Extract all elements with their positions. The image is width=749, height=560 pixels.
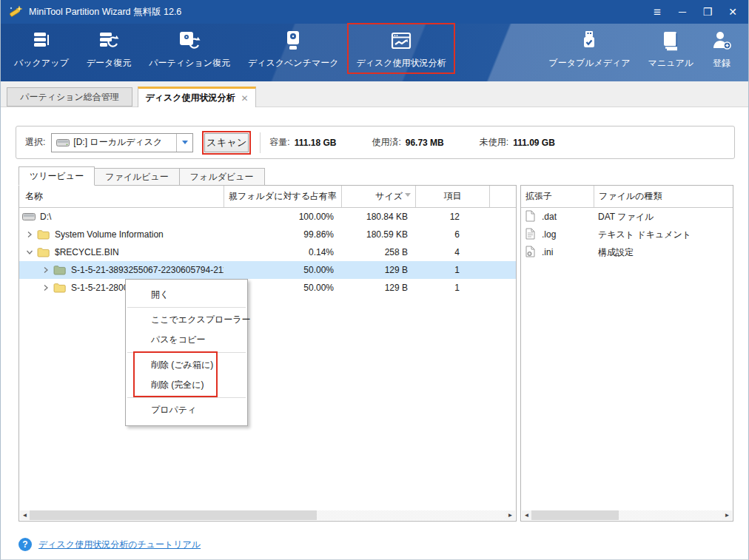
menu-icon[interactable]: ≡ <box>651 6 664 18</box>
tree-item-size: 180.59 KB <box>341 229 415 240</box>
content-area: 選択: [D:] ローカルディスク スキャン 容量: 111.18 GB <box>1 107 748 560</box>
drive-select-arrow[interactable] <box>176 134 192 152</box>
tab-disk-usage-analysis[interactable]: ディスク使用状況分析 ✕ <box>138 87 256 107</box>
folder-icon <box>37 247 52 257</box>
drive-select-value: [D:] ローカルディスク <box>73 136 176 149</box>
toolbar-item-disk-usage-analysis[interactable]: ディスク使用状況分析 <box>347 23 454 74</box>
tree-item-count: 4 <box>415 247 489 257</box>
view-tabs: ツリービュー ファイルビュー フォルダビュー <box>19 166 265 186</box>
scrollbar-thumb[interactable] <box>531 510 619 520</box>
tree-horizontal-scrollbar[interactable]: ◄ ► <box>20 510 515 520</box>
list-item[interactable]: .ini 構成設定 <box>521 243 733 261</box>
toolbar-label: データ復元 <box>87 57 132 70</box>
toolbar-item-manual[interactable]: マニュアル <box>639 23 702 74</box>
extensions-panel: 拡張子 ファイルの種類 .dat DAT ファイル .log <box>520 185 733 522</box>
extensions-horizontal-scrollbar[interactable]: ◄ ► <box>522 510 732 520</box>
file-type: テキスト ドキュメント <box>594 229 733 241</box>
toolbar-label: ディスク使用状況分析 <box>356 57 446 70</box>
toolbar-item-disk-benchmark[interactable]: ディスクベンチマーク <box>239 23 348 74</box>
menu-item-open[interactable]: 開く <box>126 285 247 305</box>
tutorial-link[interactable]: ディスク使用状況分析のチュートリアル <box>38 539 201 551</box>
table-row-selected[interactable]: S-1-5-21-3893255067-2230605794-211... 50… <box>19 261 516 279</box>
context-menu: 開く ここでエクスプローラー パスをコピー 削除 (ごみ箱に) 削除 (完全に)… <box>125 279 248 426</box>
menu-item-explorer-here[interactable]: ここでエクスプローラー <box>126 310 247 330</box>
file-type: DAT ファイル <box>594 211 733 223</box>
tree-item-count: 1 <box>415 283 489 293</box>
maximize-icon[interactable]: ❒ <box>701 7 714 17</box>
scan-button[interactable]: スキャン <box>204 133 249 152</box>
scan-button-highlight-box: スキャン <box>202 131 251 155</box>
tree-item-count: 6 <box>415 229 489 240</box>
window-title: MiniTool Partition Wizard 無料版 12.6 <box>29 6 181 18</box>
tree-item-size: 129 B <box>341 283 415 293</box>
column-header-percent[interactable]: 親フォルダに対する占有率 <box>224 186 341 207</box>
toolbar-item-partition-recovery[interactable]: パーティション復元 <box>140 23 239 74</box>
minimize-icon[interactable]: ─ <box>676 7 689 17</box>
menu-item-delete-permanently[interactable]: 削除 (完全に) <box>126 375 247 395</box>
scan-bar: 選択: [D:] ローカルディスク スキャン 容量: 111.18 GB <box>16 126 735 159</box>
tree-item-percent: 50.00% <box>224 265 341 275</box>
tab-tree-view[interactable]: ツリービュー <box>19 166 95 186</box>
register-icon <box>711 28 732 52</box>
scroll-right-arrow-icon[interactable]: ► <box>722 510 732 520</box>
tree-item-name: S-1-5-21-3893255067-2230605794-211... <box>71 265 224 275</box>
capacity-stat: 容量: 111.18 GB <box>269 136 336 149</box>
close-icon[interactable]: ✕ <box>726 7 739 17</box>
toolbar-left-group: バックアップ データ復元 <box>1 24 458 81</box>
folder-green-icon <box>53 265 68 275</box>
table-row[interactable]: D:\ 100.00% 180.84 KB 12 <box>19 208 516 226</box>
toolbar-item-register[interactable]: 登録 <box>702 23 741 74</box>
expander-collapsed-icon[interactable] <box>38 266 53 274</box>
help-icon[interactable]: ? <box>19 538 32 551</box>
file-text-icon <box>525 228 535 242</box>
toolbar-label: バックアップ <box>14 57 69 70</box>
column-header-items[interactable]: 項目 <box>415 186 489 207</box>
used-value: 96.73 MB <box>406 138 444 148</box>
folder-icon <box>37 229 52 240</box>
footer: ? ディスク使用状況分析のチュートリアル <box>19 538 201 551</box>
menu-separator <box>127 397 246 398</box>
column-header-extension[interactable]: 拡張子 <box>521 186 594 207</box>
scrollbar-thumb[interactable] <box>30 510 317 520</box>
tab-partition-management[interactable]: パーティション総合管理 <box>7 87 132 107</box>
tree-item-name: S-1-5-21-28006 <box>71 283 133 293</box>
tree-item-size: 129 B <box>341 265 415 275</box>
expander-collapsed-icon[interactable] <box>38 284 53 291</box>
extension-name: .log <box>542 229 556 240</box>
tab-file-view[interactable]: ファイルビュー <box>95 168 180 186</box>
scroll-left-arrow-icon[interactable]: ◄ <box>20 510 30 520</box>
disk-benchmark-icon <box>282 28 304 52</box>
scroll-left-arrow-icon[interactable]: ◄ <box>522 510 531 520</box>
chevron-down-icon <box>182 141 188 144</box>
backup-icon <box>30 28 53 52</box>
column-header-name[interactable]: 名称 <box>19 186 224 207</box>
menu-item-properties[interactable]: プロパティ <box>126 400 247 420</box>
menu-item-delete-to-recycle-bin[interactable]: 削除 (ごみ箱に) <box>126 355 247 375</box>
tree-item-name: $RECYCLE.BIN <box>55 247 119 257</box>
table-row[interactable]: $RECYCLE.BIN 0.14% 258 B 4 <box>19 243 516 261</box>
drive-select[interactable]: [D:] ローカルディスク <box>51 133 193 152</box>
list-item[interactable]: .dat DAT ファイル <box>521 208 733 226</box>
tree-item-count: 1 <box>415 265 489 275</box>
table-row[interactable]: System Volume Information 99.86% 180.59 … <box>19 226 516 243</box>
column-header-filetype[interactable]: ファイルの種類 <box>594 186 733 207</box>
toolbar-item-data-recovery[interactable]: データ復元 <box>78 23 141 74</box>
toolbar-item-backup[interactable]: バックアップ <box>5 23 78 74</box>
window-controls: ≡ ─ ❒ ✕ <box>651 0 739 24</box>
scroll-right-arrow-icon[interactable]: ► <box>506 510 515 520</box>
capacity-label: 容量: <box>269 136 289 149</box>
toolbar-label: ブータブルメディア <box>548 57 630 70</box>
expander-expanded-icon[interactable] <box>22 249 37 255</box>
tab-close-icon[interactable]: ✕ <box>241 93 249 104</box>
file-gear-icon <box>525 246 535 260</box>
column-header-size[interactable]: サイズ <box>341 186 415 207</box>
toolbar-item-bootable-media[interactable]: ブータブルメディア <box>540 23 639 74</box>
menu-item-copy-path[interactable]: パスをコピー <box>126 330 247 350</box>
menu-separator <box>127 352 246 353</box>
column-header-size-label: サイズ <box>375 190 403 203</box>
table-row[interactable]: S-1-5-21-28006 50.00% 129 B 1 <box>19 279 516 297</box>
expander-collapsed-icon[interactable] <box>22 231 37 238</box>
unused-value: 111.09 GB <box>513 138 555 148</box>
tab-folder-view[interactable]: フォルダビュー <box>180 168 265 186</box>
list-item[interactable]: .log テキスト ドキュメント <box>521 226 733 243</box>
